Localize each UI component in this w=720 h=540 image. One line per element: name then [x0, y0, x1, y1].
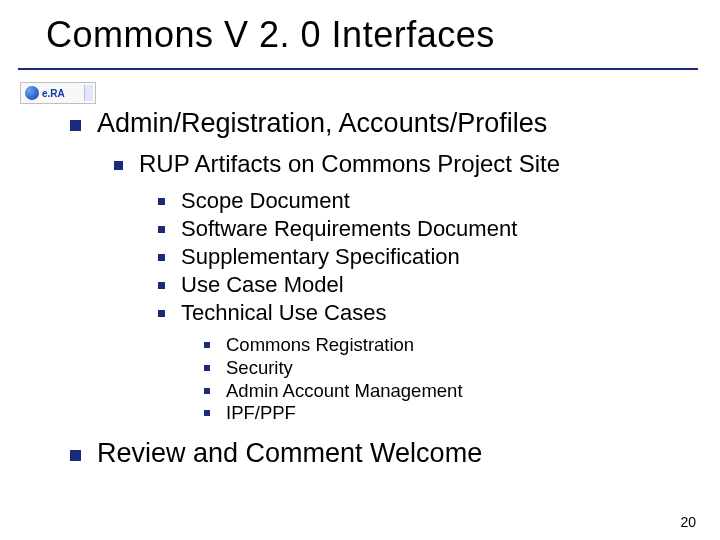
square-bullet-icon — [204, 410, 210, 416]
bullet-text: Software Requirements Document — [181, 216, 517, 242]
bullet-level2: RUP Artifacts on Commons Project Site — [114, 150, 690, 178]
bullet-level3: Software Requirements Document — [158, 216, 690, 242]
slide-title: Commons V 2. 0 Interfaces — [46, 14, 495, 56]
bullet-level4: Security — [204, 357, 690, 379]
bullet-text: Admin Account Management — [226, 380, 463, 402]
bullet-text: IPF/PPF — [226, 402, 296, 424]
title-underline — [18, 68, 698, 70]
square-bullet-icon — [204, 342, 210, 348]
square-bullet-icon — [158, 254, 165, 261]
bullet-text: Supplementary Specification — [181, 244, 460, 270]
bullet-level4: Commons Registration — [204, 334, 690, 356]
square-bullet-icon — [114, 161, 123, 170]
square-bullet-icon — [158, 226, 165, 233]
bullet-level3: Technical Use Cases — [158, 300, 690, 326]
slide: Commons V 2. 0 Interfaces e.RA Admin/Reg… — [0, 0, 720, 540]
bullet-text: Technical Use Cases — [181, 300, 386, 326]
bullet-level3: Scope Document — [158, 188, 690, 214]
square-bullet-icon — [158, 282, 165, 289]
era-logo: e.RA — [20, 82, 96, 104]
artifact-list: Scope Document Software Requirements Doc… — [70, 188, 690, 326]
page-number: 20 — [680, 514, 696, 530]
bullet-text: Scope Document — [181, 188, 350, 214]
square-bullet-icon — [204, 388, 210, 394]
logo-side-bar — [84, 85, 93, 101]
bullet-text: RUP Artifacts on Commons Project Site — [139, 150, 560, 178]
usecase-list: Commons Registration Security Admin Acco… — [70, 334, 690, 424]
square-bullet-icon — [70, 450, 81, 461]
logo-globe-icon — [25, 86, 39, 100]
bullet-text: Use Case Model — [181, 272, 344, 298]
bullet-text: Admin/Registration, Accounts/Profiles — [97, 108, 547, 140]
square-bullet-icon — [158, 198, 165, 205]
square-bullet-icon — [158, 310, 165, 317]
slide-body: Admin/Registration, Accounts/Profiles RU… — [70, 108, 690, 480]
square-bullet-icon — [204, 365, 210, 371]
bullet-level3: Use Case Model — [158, 272, 690, 298]
bullet-text: Commons Registration — [226, 334, 414, 356]
bullet-level4: IPF/PPF — [204, 402, 690, 424]
bullet-level1: Admin/Registration, Accounts/Profiles — [70, 108, 690, 140]
bullet-text: Review and Comment Welcome — [97, 438, 482, 470]
logo-text: e.RA — [42, 88, 65, 99]
bullet-text: Security — [226, 357, 293, 379]
bullet-level3: Supplementary Specification — [158, 244, 690, 270]
square-bullet-icon — [70, 120, 81, 131]
bullet-level4: Admin Account Management — [204, 380, 690, 402]
bullet-level1: Review and Comment Welcome — [70, 438, 690, 470]
